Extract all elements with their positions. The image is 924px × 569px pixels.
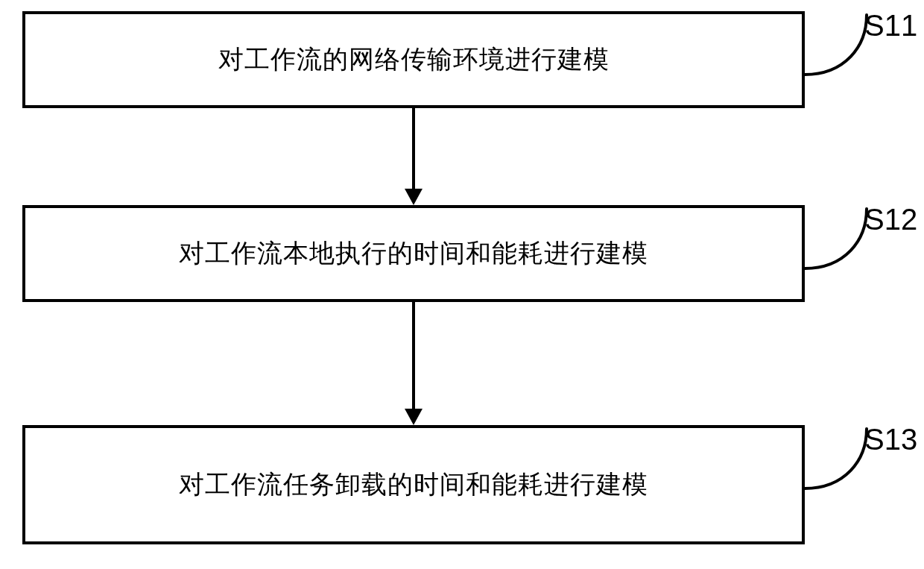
step-label-s11: S11: [864, 9, 917, 43]
step-text: 对工作流本地执行的时间和能耗进行建模: [179, 236, 648, 271]
arrow-head-s11-s12: [405, 189, 423, 205]
arrow-s11-s12: [412, 108, 415, 190]
step-box-s13: 对工作流任务卸载的时间和能耗进行建模: [22, 425, 805, 544]
step-text: 对工作流任务卸载的时间和能耗进行建模: [179, 468, 648, 502]
step-text: 对工作流的网络传输环境进行建模: [218, 43, 610, 77]
arrow-head-s12-s13: [405, 409, 423, 425]
step-label-s12: S12: [864, 203, 917, 236]
arrow-s12-s13: [412, 302, 415, 410]
step-box-s11: 对工作流的网络传输环境进行建模: [22, 11, 805, 108]
step-box-s12: 对工作流本地执行的时间和能耗进行建模: [22, 205, 805, 302]
step-label-s13: S13: [864, 423, 917, 456]
flowchart-canvas: 对工作流的网络传输环境进行建模 S11 对工作流本地执行的时间和能耗进行建模 S…: [0, 0, 924, 569]
